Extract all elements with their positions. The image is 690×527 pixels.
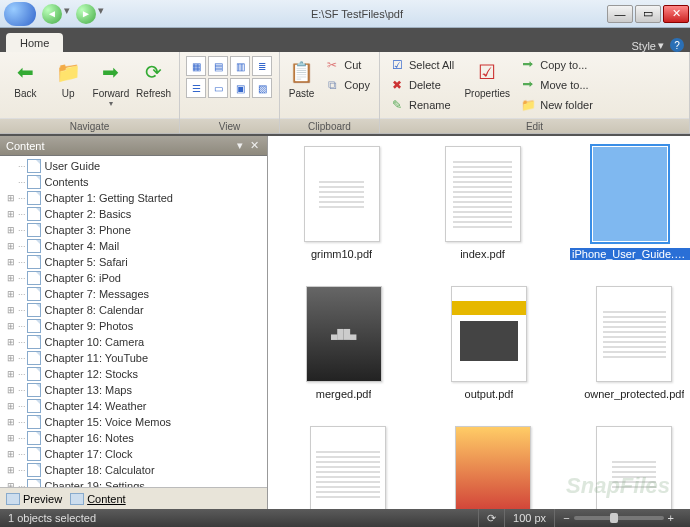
tree-item[interactable]: ⊞···Chapter 17: Clock (0, 446, 267, 462)
sidebar-dropdown-button[interactable]: ▾ (233, 139, 247, 152)
view-thumbnails[interactable]: ▧ (252, 78, 272, 98)
properties-button[interactable]: ☑Properties (461, 56, 513, 99)
expand-icon[interactable]: ⊞ (4, 289, 18, 299)
file-item[interactable]: pride and prejudice.pdf (578, 426, 690, 509)
expand-icon[interactable]: ⊞ (4, 465, 18, 475)
tree-item[interactable]: ⊞···Chapter 15: Voice Memos (0, 414, 267, 430)
tree-item[interactable]: ⊞···Chapter 7: Messages (0, 286, 267, 302)
tree-item[interactable]: ⊞···Chapter 3: Phone (0, 222, 267, 238)
file-item[interactable]: iPhone_User_Guide.pdf (570, 146, 690, 260)
sidebar-close-button[interactable]: ✕ (247, 139, 261, 152)
tree-item[interactable]: ⊞···Chapter 9: Photos (0, 318, 267, 334)
status-refresh[interactable]: ⟳ (478, 509, 504, 527)
view-small-icons[interactable]: ▥ (230, 56, 250, 76)
app-orb-icon[interactable] (4, 2, 36, 26)
page-icon (27, 191, 41, 205)
file-item[interactable]: output.pdf (433, 286, 544, 400)
expand-icon[interactable]: ⊞ (4, 353, 18, 363)
slider-knob[interactable] (610, 513, 618, 523)
expand-icon[interactable]: ⊞ (4, 241, 18, 251)
help-button[interactable]: ? (670, 38, 684, 52)
file-thumbnail (310, 426, 386, 509)
paste-button[interactable]: 📋Paste (286, 56, 317, 99)
content-tree[interactable]: ···User Guide···Contents⊞···Chapter 1: G… (0, 156, 267, 487)
tree-item[interactable]: ⊞···Chapter 16: Notes (0, 430, 267, 446)
tree-item-label: Chapter 15: Voice Memos (45, 416, 172, 428)
file-item[interactable]: ▄██▄merged.pdf (288, 286, 399, 400)
tree-item[interactable]: ⊞···Chapter 10: Camera (0, 334, 267, 350)
expand-icon[interactable]: ⊞ (4, 449, 18, 459)
file-grid[interactable]: grimm10.pdfindex.pdfiPhone_User_Guide.pd… (268, 136, 690, 509)
view-details[interactable]: ☰ (186, 78, 206, 98)
zoom-out-icon[interactable]: − (563, 512, 569, 524)
expand-icon[interactable]: ⊞ (4, 273, 18, 283)
style-menu[interactable]: Style▾ (632, 39, 664, 52)
sidebar-tab-content[interactable]: Content (70, 493, 126, 505)
history-back-button[interactable]: ◄ (42, 4, 62, 24)
tree-item[interactable]: ⊞···Chapter 14: Weather (0, 398, 267, 414)
file-item[interactable]: grimm10.pdf (288, 146, 395, 260)
close-button[interactable]: ✕ (663, 5, 689, 23)
maximize-button[interactable]: ▭ (635, 5, 661, 23)
tree-item[interactable]: ⊞···Chapter 12: Stocks (0, 366, 267, 382)
back-dropdown-icon[interactable]: ▾ (64, 4, 74, 24)
delete-button[interactable]: ✖Delete (386, 76, 457, 94)
expand-icon[interactable]: ⊞ (4, 209, 18, 219)
expand-icon[interactable]: ⊞ (4, 193, 18, 203)
copy-to-button[interactable]: ⮕Copy to... (517, 56, 596, 74)
tree-item[interactable]: ⊞···Chapter 4: Mail (0, 238, 267, 254)
expand-icon[interactable]: ⊞ (4, 385, 18, 395)
expand-icon[interactable]: ⊞ (4, 257, 18, 267)
select-all-button[interactable]: ☑Select All (386, 56, 457, 74)
tree-item[interactable]: ⊞···Chapter 11: YouTube (0, 350, 267, 366)
expand-icon[interactable]: ⊞ (4, 225, 18, 235)
tree-item-label: Chapter 17: Clock (45, 448, 133, 460)
tree-item[interactable]: ···Contents (0, 174, 267, 190)
file-thumbnail (445, 146, 521, 242)
tree-item[interactable]: ⊞···Chapter 19: Settings (0, 478, 267, 487)
tree-item[interactable]: ⊞···Chapter 1: Getting Started (0, 190, 267, 206)
file-item[interactable]: owner_protected_NoRes... (288, 426, 408, 509)
tree-item[interactable]: ⊞···Chapter 6: iPod (0, 270, 267, 286)
expand-icon[interactable]: ⊞ (4, 321, 18, 331)
file-item[interactable]: photos.pdf (442, 426, 544, 509)
history-forward-button[interactable]: ► (76, 4, 96, 24)
view-large-icons[interactable]: ▦ (186, 56, 206, 76)
tree-item[interactable]: ⊞···Chapter 13: Maps (0, 382, 267, 398)
sidebar-tab-preview[interactable]: Preview (6, 493, 62, 505)
forward-dropdown-icon[interactable]: ▾ (98, 4, 108, 24)
expand-icon[interactable]: ⊞ (4, 417, 18, 427)
refresh-button[interactable]: ⟳Refresh (134, 56, 173, 99)
tree-item[interactable]: ⊞···Chapter 2: Basics (0, 206, 267, 222)
view-content[interactable]: ▣ (230, 78, 250, 98)
new-folder-button[interactable]: 📁New folder (517, 96, 596, 114)
tree-item[interactable]: ···User Guide (0, 158, 267, 174)
zoom-slider[interactable]: − + (554, 509, 682, 527)
cut-button[interactable]: ✂Cut (321, 56, 373, 74)
tree-item[interactable]: ⊞···Chapter 5: Safari (0, 254, 267, 270)
expand-icon[interactable]: ⊞ (4, 433, 18, 443)
tree-item[interactable]: ⊞···Chapter 8: Calendar (0, 302, 267, 318)
minimize-button[interactable]: — (607, 5, 633, 23)
tree-item[interactable]: ⊞···Chapter 18: Calculator (0, 462, 267, 478)
file-item[interactable]: index.pdf (429, 146, 536, 260)
up-button[interactable]: 📁Up (49, 56, 88, 99)
view-medium-icons[interactable]: ▤ (208, 56, 228, 76)
move-to-button[interactable]: ⮕Move to... (517, 76, 596, 94)
view-tiles[interactable]: ▭ (208, 78, 228, 98)
sidebar-header: Content ▾ ✕ (0, 136, 267, 156)
slider-track[interactable] (574, 516, 664, 520)
expand-icon[interactable]: ⊞ (4, 305, 18, 315)
file-item[interactable]: owner_protected.pdf (579, 286, 690, 400)
expand-icon[interactable]: ⊞ (4, 337, 18, 347)
arrow-left-icon: ⬅ (11, 58, 39, 86)
view-list[interactable]: ≣ (252, 56, 272, 76)
copy-button[interactable]: ⧉Copy (321, 76, 373, 94)
back-button[interactable]: ⬅Back (6, 56, 45, 99)
rename-button[interactable]: ✎Rename (386, 96, 457, 114)
expand-icon[interactable]: ⊞ (4, 369, 18, 379)
expand-icon[interactable]: ⊞ (4, 401, 18, 411)
forward-button[interactable]: ➡Forward▾ (92, 56, 131, 108)
zoom-in-icon[interactable]: + (668, 512, 674, 524)
tab-home[interactable]: Home (6, 33, 63, 52)
